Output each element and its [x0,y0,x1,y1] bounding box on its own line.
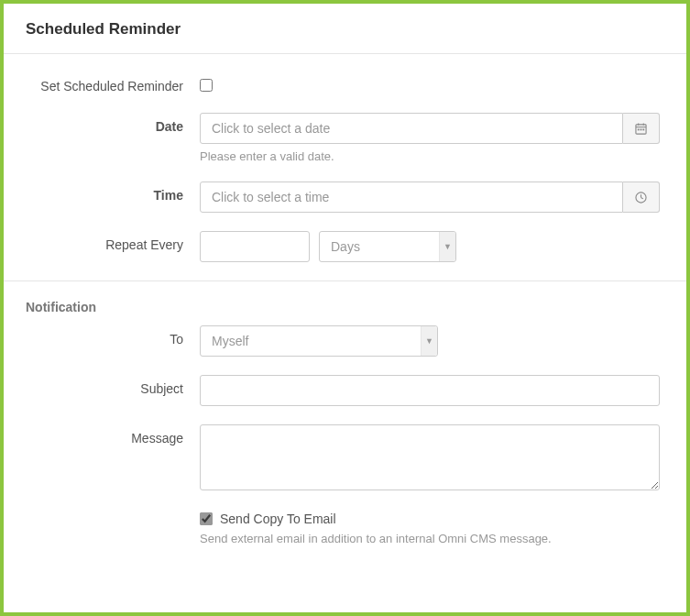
clock-icon [635,192,647,204]
send-copy-checkbox[interactable] [200,512,213,525]
message-row: Message [26,424,664,493]
date-help-text: Please enter a valid date. [200,149,660,163]
repeat-unit-text: Days [331,239,444,254]
notification-section-title: Notification [4,281,686,325]
date-row: Date [26,113,664,163]
repeat-label: Repeat Every [26,231,200,252]
to-value-text: Myself [212,334,426,348]
chevron-down-icon: ▼ [421,326,437,356]
svg-line-9 [641,197,643,198]
subject-label: Subject [26,375,200,396]
to-label: To [26,325,200,346]
clock-button[interactable] [623,182,660,213]
date-label: Date [26,113,200,134]
message-textarea[interactable] [200,424,660,490]
to-select[interactable]: Myself ▼ [200,325,438,357]
subject-row: Subject [26,375,664,406]
svg-rect-5 [641,128,642,130]
to-row: To Myself ▼ [26,325,664,357]
svg-rect-6 [642,128,644,130]
chevron-down-icon: ▼ [439,232,455,261]
set-reminder-row: Set Scheduled Reminder [26,72,664,94]
set-reminder-checkbox[interactable] [200,79,213,92]
repeat-unit-select[interactable]: Days ▼ [319,231,456,262]
calendar-button[interactable] [623,113,660,144]
subject-input[interactable] [200,375,660,406]
scheduled-reminder-panel: Scheduled Reminder Set Scheduled Reminde… [0,0,690,616]
notification-section: To Myself ▼ Subject Message [4,325,686,545]
time-label: Time [26,182,200,203]
scheduled-section: Set Scheduled Reminder Date [4,54,686,262]
set-reminder-label: Set Scheduled Reminder [26,72,200,94]
send-copy-row: Send Copy To Email Send external email i… [26,512,664,545]
time-input[interactable] [200,182,623,213]
send-copy-help-text: Send external email in addition to an in… [200,532,660,545]
date-input[interactable] [200,113,623,144]
message-label: Message [26,424,200,446]
panel-header: Scheduled Reminder [4,4,686,54]
panel-title: Scheduled Reminder [26,20,664,38]
svg-rect-4 [638,128,640,130]
calendar-icon [635,123,647,135]
send-copy-label: Send Copy To Email [220,512,336,526]
repeat-row: Repeat Every Days ▼ [26,231,664,262]
time-row: Time [26,182,664,213]
repeat-value-input[interactable] [200,231,310,262]
